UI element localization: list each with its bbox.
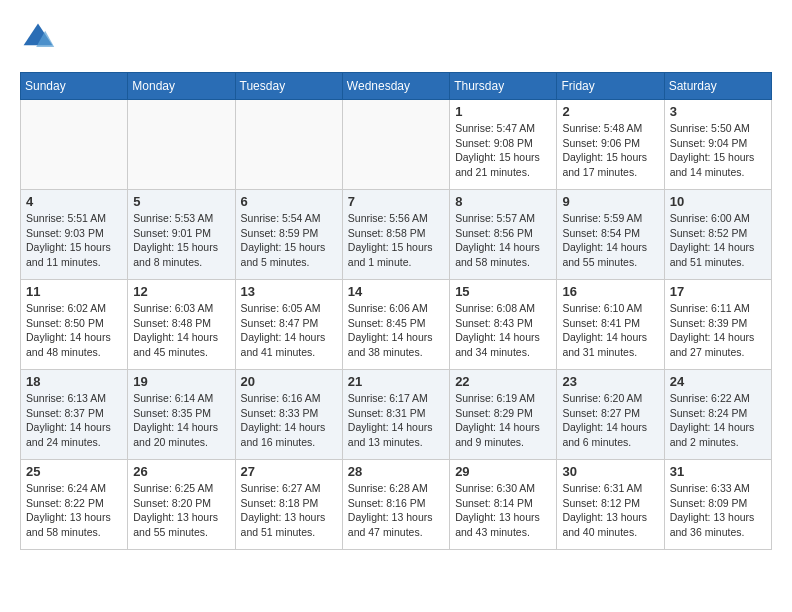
calendar-cell: 23Sunrise: 6:20 AM Sunset: 8:27 PM Dayli… [557, 370, 664, 460]
day-number: 14 [348, 284, 444, 299]
calendar-cell: 12Sunrise: 6:03 AM Sunset: 8:48 PM Dayli… [128, 280, 235, 370]
day-info: Sunrise: 6:16 AM Sunset: 8:33 PM Dayligh… [241, 391, 337, 450]
logo-icon [20, 20, 56, 56]
day-number: 30 [562, 464, 658, 479]
week-row-3: 11Sunrise: 6:02 AM Sunset: 8:50 PM Dayli… [21, 280, 772, 370]
day-info: Sunrise: 6:11 AM Sunset: 8:39 PM Dayligh… [670, 301, 766, 360]
calendar-header-row: SundayMondayTuesdayWednesdayThursdayFrid… [21, 73, 772, 100]
day-number: 15 [455, 284, 551, 299]
calendar-cell: 6Sunrise: 5:54 AM Sunset: 8:59 PM Daylig… [235, 190, 342, 280]
day-number: 10 [670, 194, 766, 209]
calendar-cell: 2Sunrise: 5:48 AM Sunset: 9:06 PM Daylig… [557, 100, 664, 190]
calendar-cell: 10Sunrise: 6:00 AM Sunset: 8:52 PM Dayli… [664, 190, 771, 280]
day-number: 20 [241, 374, 337, 389]
calendar-cell: 26Sunrise: 6:25 AM Sunset: 8:20 PM Dayli… [128, 460, 235, 550]
calendar-cell: 16Sunrise: 6:10 AM Sunset: 8:41 PM Dayli… [557, 280, 664, 370]
calendar-cell: 25Sunrise: 6:24 AM Sunset: 8:22 PM Dayli… [21, 460, 128, 550]
calendar-cell: 29Sunrise: 6:30 AM Sunset: 8:14 PM Dayli… [450, 460, 557, 550]
day-number: 28 [348, 464, 444, 479]
day-info: Sunrise: 6:22 AM Sunset: 8:24 PM Dayligh… [670, 391, 766, 450]
calendar-cell: 8Sunrise: 5:57 AM Sunset: 8:56 PM Daylig… [450, 190, 557, 280]
day-number: 3 [670, 104, 766, 119]
day-info: Sunrise: 5:59 AM Sunset: 8:54 PM Dayligh… [562, 211, 658, 270]
calendar-cell [128, 100, 235, 190]
calendar-cell: 7Sunrise: 5:56 AM Sunset: 8:58 PM Daylig… [342, 190, 449, 280]
day-header-tuesday: Tuesday [235, 73, 342, 100]
calendar-cell: 28Sunrise: 6:28 AM Sunset: 8:16 PM Dayli… [342, 460, 449, 550]
day-number: 25 [26, 464, 122, 479]
day-info: Sunrise: 6:19 AM Sunset: 8:29 PM Dayligh… [455, 391, 551, 450]
day-number: 24 [670, 374, 766, 389]
day-info: Sunrise: 6:06 AM Sunset: 8:45 PM Dayligh… [348, 301, 444, 360]
calendar-cell: 19Sunrise: 6:14 AM Sunset: 8:35 PM Dayli… [128, 370, 235, 460]
calendar-cell: 5Sunrise: 5:53 AM Sunset: 9:01 PM Daylig… [128, 190, 235, 280]
calendar-cell: 21Sunrise: 6:17 AM Sunset: 8:31 PM Dayli… [342, 370, 449, 460]
day-header-saturday: Saturday [664, 73, 771, 100]
day-info: Sunrise: 6:33 AM Sunset: 8:09 PM Dayligh… [670, 481, 766, 540]
day-number: 18 [26, 374, 122, 389]
day-header-monday: Monday [128, 73, 235, 100]
day-number: 27 [241, 464, 337, 479]
calendar-table: SundayMondayTuesdayWednesdayThursdayFrid… [20, 72, 772, 550]
day-info: Sunrise: 6:13 AM Sunset: 8:37 PM Dayligh… [26, 391, 122, 450]
day-number: 2 [562, 104, 658, 119]
day-info: Sunrise: 5:57 AM Sunset: 8:56 PM Dayligh… [455, 211, 551, 270]
day-number: 1 [455, 104, 551, 119]
day-number: 19 [133, 374, 229, 389]
day-number: 29 [455, 464, 551, 479]
day-number: 17 [670, 284, 766, 299]
day-number: 5 [133, 194, 229, 209]
day-number: 16 [562, 284, 658, 299]
calendar-cell: 11Sunrise: 6:02 AM Sunset: 8:50 PM Dayli… [21, 280, 128, 370]
day-info: Sunrise: 5:56 AM Sunset: 8:58 PM Dayligh… [348, 211, 444, 270]
calendar-cell: 30Sunrise: 6:31 AM Sunset: 8:12 PM Dayli… [557, 460, 664, 550]
week-row-4: 18Sunrise: 6:13 AM Sunset: 8:37 PM Dayli… [21, 370, 772, 460]
calendar-cell: 9Sunrise: 5:59 AM Sunset: 8:54 PM Daylig… [557, 190, 664, 280]
day-number: 13 [241, 284, 337, 299]
day-info: Sunrise: 6:24 AM Sunset: 8:22 PM Dayligh… [26, 481, 122, 540]
day-number: 12 [133, 284, 229, 299]
calendar-cell: 13Sunrise: 6:05 AM Sunset: 8:47 PM Dayli… [235, 280, 342, 370]
day-number: 6 [241, 194, 337, 209]
calendar-cell: 24Sunrise: 6:22 AM Sunset: 8:24 PM Dayli… [664, 370, 771, 460]
day-info: Sunrise: 6:25 AM Sunset: 8:20 PM Dayligh… [133, 481, 229, 540]
week-row-5: 25Sunrise: 6:24 AM Sunset: 8:22 PM Dayli… [21, 460, 772, 550]
day-info: Sunrise: 6:20 AM Sunset: 8:27 PM Dayligh… [562, 391, 658, 450]
day-header-friday: Friday [557, 73, 664, 100]
day-number: 23 [562, 374, 658, 389]
day-number: 7 [348, 194, 444, 209]
day-info: Sunrise: 6:10 AM Sunset: 8:41 PM Dayligh… [562, 301, 658, 360]
day-header-sunday: Sunday [21, 73, 128, 100]
day-number: 31 [670, 464, 766, 479]
day-number: 21 [348, 374, 444, 389]
day-info: Sunrise: 6:03 AM Sunset: 8:48 PM Dayligh… [133, 301, 229, 360]
calendar-cell: 14Sunrise: 6:06 AM Sunset: 8:45 PM Dayli… [342, 280, 449, 370]
day-number: 4 [26, 194, 122, 209]
calendar-cell [342, 100, 449, 190]
day-info: Sunrise: 6:28 AM Sunset: 8:16 PM Dayligh… [348, 481, 444, 540]
day-header-wednesday: Wednesday [342, 73, 449, 100]
day-number: 11 [26, 284, 122, 299]
day-info: Sunrise: 6:02 AM Sunset: 8:50 PM Dayligh… [26, 301, 122, 360]
calendar-cell: 20Sunrise: 6:16 AM Sunset: 8:33 PM Dayli… [235, 370, 342, 460]
day-info: Sunrise: 6:27 AM Sunset: 8:18 PM Dayligh… [241, 481, 337, 540]
day-info: Sunrise: 6:05 AM Sunset: 8:47 PM Dayligh… [241, 301, 337, 360]
day-info: Sunrise: 6:17 AM Sunset: 8:31 PM Dayligh… [348, 391, 444, 450]
week-row-1: 1Sunrise: 5:47 AM Sunset: 9:08 PM Daylig… [21, 100, 772, 190]
calendar-cell: 17Sunrise: 6:11 AM Sunset: 8:39 PM Dayli… [664, 280, 771, 370]
calendar-cell: 22Sunrise: 6:19 AM Sunset: 8:29 PM Dayli… [450, 370, 557, 460]
day-info: Sunrise: 6:31 AM Sunset: 8:12 PM Dayligh… [562, 481, 658, 540]
day-number: 26 [133, 464, 229, 479]
page-header [20, 20, 772, 56]
calendar-cell: 1Sunrise: 5:47 AM Sunset: 9:08 PM Daylig… [450, 100, 557, 190]
calendar-cell: 27Sunrise: 6:27 AM Sunset: 8:18 PM Dayli… [235, 460, 342, 550]
day-info: Sunrise: 6:14 AM Sunset: 8:35 PM Dayligh… [133, 391, 229, 450]
logo [20, 20, 60, 56]
day-info: Sunrise: 5:50 AM Sunset: 9:04 PM Dayligh… [670, 121, 766, 180]
day-info: Sunrise: 6:00 AM Sunset: 8:52 PM Dayligh… [670, 211, 766, 270]
day-number: 8 [455, 194, 551, 209]
day-header-thursday: Thursday [450, 73, 557, 100]
day-info: Sunrise: 6:08 AM Sunset: 8:43 PM Dayligh… [455, 301, 551, 360]
day-info: Sunrise: 6:30 AM Sunset: 8:14 PM Dayligh… [455, 481, 551, 540]
day-info: Sunrise: 5:54 AM Sunset: 8:59 PM Dayligh… [241, 211, 337, 270]
